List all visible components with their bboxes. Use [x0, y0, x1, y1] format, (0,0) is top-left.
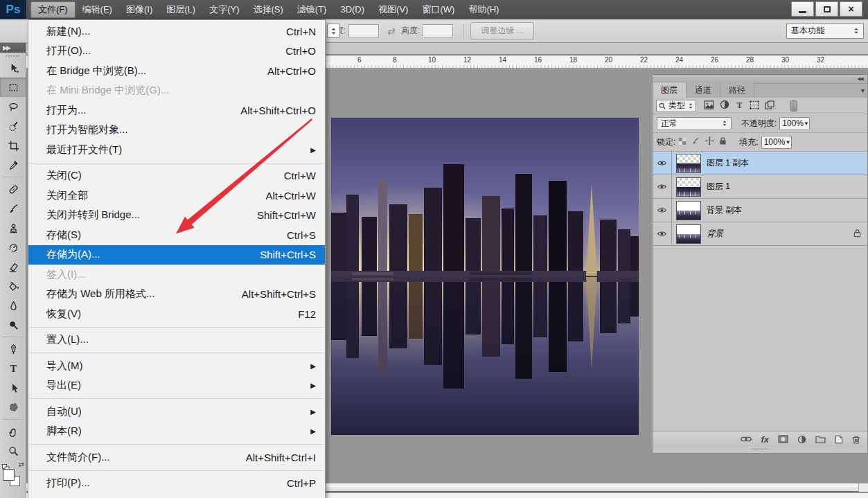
- layer-mask-icon[interactable]: [778, 435, 788, 443]
- menubar-item-8[interactable]: 视图(V): [371, 1, 415, 18]
- menubar-item-0[interactable]: 文件(F): [30, 1, 76, 18]
- layer-thumbnail[interactable]: [676, 201, 701, 220]
- pixel-filter-icon[interactable]: [704, 100, 714, 112]
- layer-name[interactable]: 背景: [707, 228, 723, 240]
- custom-shape-tool[interactable]: [0, 398, 26, 417]
- maximize-button[interactable]: [815, 1, 838, 17]
- file-menu-item[interactable]: 关闭(C)Ctrl+W: [28, 166, 325, 186]
- file-menu-item[interactable]: 打开(O)...Ctrl+O: [28, 42, 325, 62]
- fx-icon[interactable]: fx: [761, 434, 769, 445]
- file-menu-item[interactable]: 存储为(A)...Shift+Ctrl+S: [28, 245, 325, 265]
- layer-row[interactable]: 图层 1 副本: [653, 152, 867, 175]
- layer-thumbnail[interactable]: [676, 154, 701, 173]
- layer-name[interactable]: 背景 副本: [707, 204, 742, 216]
- swap-colors-icon[interactable]: ⇄: [19, 461, 24, 468]
- move-tool[interactable]: [0, 58, 26, 78]
- panel-menu-icon[interactable]: ▾: [861, 87, 865, 94]
- menubar-item-2[interactable]: 图像(I): [119, 1, 159, 18]
- menubar-item-10[interactable]: 帮助(H): [461, 1, 506, 18]
- tab-paths[interactable]: 路径: [720, 82, 754, 98]
- file-menu-item[interactable]: 导出(E)▶: [28, 376, 325, 396]
- toolbar-collapse-button[interactable]: ▶▶: [0, 43, 26, 53]
- file-menu-item[interactable]: 自动(U)▶: [28, 402, 325, 422]
- adjustment-filter-icon[interactable]: [720, 100, 729, 112]
- delete-layer-icon[interactable]: [852, 435, 860, 444]
- file-menu-item[interactable]: 文件简介(F)...Alt+Shift+Ctrl+I: [28, 447, 325, 468]
- lock-pixels-icon[interactable]: [691, 136, 700, 148]
- lasso-tool[interactable]: [0, 97, 26, 116]
- quick-select-tool[interactable]: [0, 116, 26, 136]
- crop-tool[interactable]: [0, 136, 26, 155]
- layer-visibility-toggle[interactable]: [653, 199, 672, 222]
- file-menu-item[interactable]: 关闭全部Alt+Ctrl+W: [28, 186, 325, 206]
- layer-thumbnail[interactable]: [676, 177, 701, 197]
- file-menu-item[interactable]: 导入(M)▶: [28, 356, 325, 376]
- clone-stamp-tool[interactable]: [0, 218, 26, 238]
- file-menu-item[interactable]: 打开为智能对象...: [28, 121, 325, 141]
- file-menu-item[interactable]: 置入(L)...: [28, 330, 325, 350]
- rect-marquee-tool[interactable]: [0, 78, 26, 97]
- close-button[interactable]: ×: [840, 1, 862, 17]
- layer-row[interactable]: 背景: [653, 222, 867, 246]
- menubar-item-6[interactable]: 滤镜(T): [290, 1, 334, 18]
- type-filter-icon[interactable]: T: [735, 100, 744, 112]
- dodge-tool[interactable]: [0, 315, 26, 335]
- new-layer-icon[interactable]: [835, 435, 843, 444]
- width-input[interactable]: [348, 24, 379, 37]
- workspace-switcher[interactable]: 基本功能: [786, 23, 864, 39]
- color-swatch-control[interactable]: ⇄: [0, 461, 26, 494]
- zoom-tool[interactable]: [0, 441, 26, 461]
- tab-channels[interactable]: 通道: [687, 82, 720, 98]
- shape-filter-icon[interactable]: [750, 100, 759, 112]
- file-menu-item[interactable]: 关闭并转到 Bridge...Shift+Ctrl+W: [28, 206, 325, 226]
- blur-tool[interactable]: [0, 296, 26, 315]
- style-spinner[interactable]: [327, 24, 340, 38]
- file-menu-item[interactable]: 打印(P)...Ctrl+P: [28, 474, 325, 494]
- height-input[interactable]: [423, 24, 453, 37]
- lock-transparency-icon[interactable]: [678, 137, 687, 148]
- foreground-color-swatch[interactable]: [3, 469, 15, 481]
- tab-layers[interactable]: 图层: [653, 82, 687, 98]
- brush-tool[interactable]: [0, 199, 26, 218]
- file-menu-item[interactable]: 存储(S)Ctrl+S: [28, 225, 325, 245]
- menubar-item-3[interactable]: 图层(L): [159, 1, 202, 18]
- layer-row[interactable]: 图层 1: [653, 175, 867, 199]
- file-menu-item[interactable]: 恢复(V)F12: [28, 304, 325, 324]
- pen-tool[interactable]: [0, 339, 26, 359]
- layer-thumbnail[interactable]: [676, 224, 701, 244]
- healing-brush-tool[interactable]: [0, 179, 26, 199]
- layer-visibility-toggle[interactable]: [653, 222, 672, 245]
- group-icon[interactable]: [815, 435, 826, 443]
- layer-name[interactable]: 图层 1 副本: [707, 157, 749, 169]
- file-menu-item[interactable]: 打开为...Alt+Shift+Ctrl+O: [28, 100, 325, 121]
- lock-position-icon[interactable]: [705, 136, 714, 148]
- filter-toggle[interactable]: [790, 100, 797, 112]
- hand-tool[interactable]: [0, 422, 26, 441]
- swap-dimensions-icon[interactable]: ⇄: [387, 26, 396, 37]
- scrollbar-end-button[interactable]: [858, 483, 868, 492]
- blend-mode-dropdown[interactable]: 正常: [657, 117, 732, 130]
- layer-row[interactable]: 背景 副本: [653, 199, 867, 222]
- file-menu-item[interactable]: 在 Bridge 中浏览(B)...Alt+Ctrl+O: [28, 61, 325, 81]
- eraser-tool[interactable]: [0, 257, 26, 276]
- paint-bucket-tool[interactable]: [0, 276, 26, 296]
- opacity-field[interactable]: 100% ▼: [779, 117, 810, 130]
- refine-edge-button[interactable]: 调整边缘 ...: [470, 22, 533, 39]
- adjustment-layer-icon[interactable]: [797, 435, 806, 444]
- menubar-item-1[interactable]: 编辑(E): [76, 1, 119, 18]
- layer-visibility-toggle[interactable]: [653, 152, 672, 175]
- layer-name[interactable]: 图层 1: [707, 181, 730, 193]
- filter-type-dropdown[interactable]: 类型: [656, 100, 696, 112]
- layer-visibility-toggle[interactable]: [653, 175, 672, 198]
- lock-all-icon[interactable]: [719, 136, 727, 148]
- menubar-item-4[interactable]: 文字(Y): [202, 1, 246, 18]
- link-icon[interactable]: [741, 436, 752, 443]
- path-select-tool[interactable]: [0, 378, 26, 398]
- file-menu-item[interactable]: 脚本(R)▶: [28, 422, 325, 442]
- minimize-button[interactable]: [791, 1, 814, 17]
- type-tool[interactable]: T: [0, 359, 26, 378]
- menubar-item-7[interactable]: 3D(D): [333, 1, 371, 18]
- fill-field[interactable]: 100% ▼: [761, 136, 792, 149]
- file-menu-item[interactable]: 新建(N)...Ctrl+N: [28, 21, 325, 42]
- file-menu-item[interactable]: 最近打开文件(T)▶: [28, 140, 325, 160]
